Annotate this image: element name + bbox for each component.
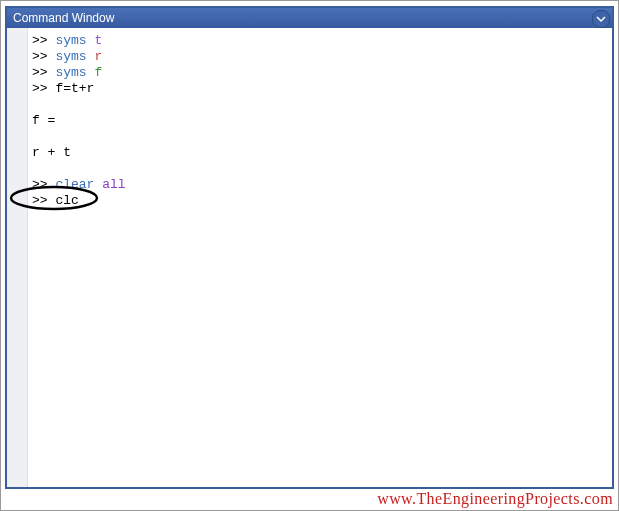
code-line — [32, 161, 612, 177]
window-title: Command Window — [13, 11, 114, 25]
window-menu-button[interactable] — [592, 10, 610, 28]
command-window: Command Window >> syms t>> syms r>> syms… — [5, 6, 614, 489]
code-line: >> clc — [32, 193, 612, 209]
body-area: >> syms t>> syms r>> syms f>> f=t+r f = … — [7, 28, 612, 487]
watermark: www.TheEngineeringProjects.com — [377, 490, 613, 508]
code-line — [32, 129, 612, 145]
code-line: r + t — [32, 145, 612, 161]
code-line: >> syms f — [32, 65, 612, 81]
code-line: f = — [32, 113, 612, 129]
outer-frame: Command Window >> syms t>> syms r>> syms… — [0, 0, 619, 511]
code-line — [32, 97, 612, 113]
command-input-area[interactable]: >> syms t>> syms r>> syms f>> f=t+r f = … — [28, 28, 612, 487]
code-line: >> f=t+r — [32, 81, 612, 97]
gutter — [7, 28, 28, 487]
titlebar: Command Window — [7, 8, 612, 28]
code-line: >> syms r — [32, 49, 612, 65]
chevron-down-icon — [596, 14, 606, 24]
code-line: >> clear all — [32, 177, 612, 193]
code-line: >> syms t — [32, 33, 612, 49]
